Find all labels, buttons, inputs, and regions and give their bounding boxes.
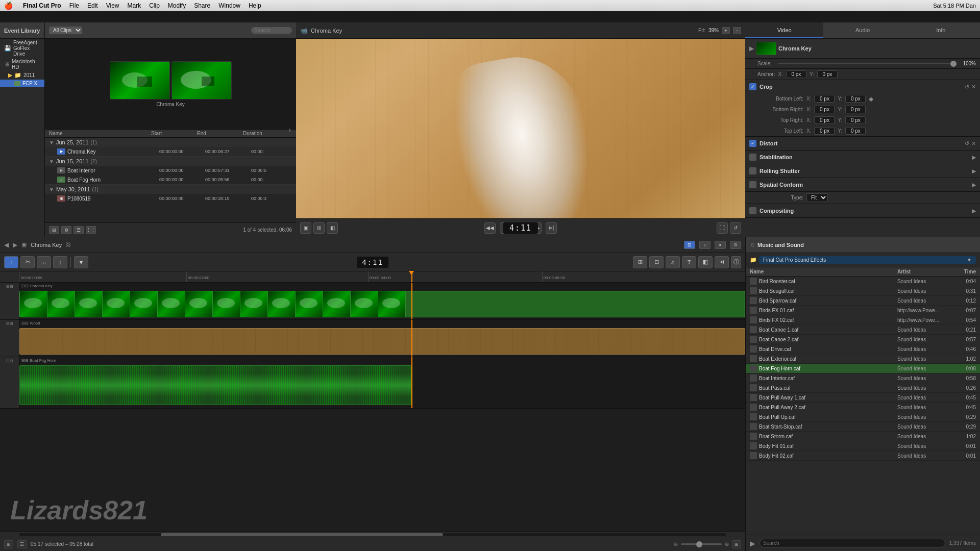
tool-group-4[interactable]: T (682, 256, 696, 268)
music-row-7[interactable]: Boat Drive.caf Sound Ideas 0:46 (746, 344, 980, 354)
music-search-input[interactable] (760, 539, 945, 547)
footer-icon-1[interactable]: ⊞ (49, 226, 59, 234)
tree-item-fcpx[interactable]: FCP X (0, 80, 44, 87)
timeline-audio-btn[interactable]: ♫ (699, 241, 710, 249)
tool-arrow-dropdown[interactable]: ▼ (74, 256, 88, 268)
clip-row-boatfoghorn[interactable]: ♫ Boat Fog Horn 00:00:00:00 00:00:05:56 … (45, 175, 296, 184)
music-row-0[interactable]: Bird Rooster.caf Sound Ideas 0:04 (746, 277, 980, 286)
video-clip-block[interactable] (19, 291, 745, 317)
spatial-conform-expand[interactable]: ▶ (972, 182, 976, 188)
tree-item-freeagent[interactable]: 💾 FreeAgent GoFlex Drive (0, 39, 44, 58)
preview-btn-fullscreen[interactable]: ⛶ (717, 222, 728, 234)
tl-status-icon-1[interactable]: ⊞ (4, 540, 13, 548)
tool-group-7[interactable]: ⓘ (731, 256, 741, 268)
tool-group-1[interactable]: ⊞ (633, 256, 647, 268)
anchor-x-input[interactable] (786, 70, 806, 78)
spatial-conform-header[interactable]: Spatial Conform ▶ (745, 178, 980, 191)
menu-clip[interactable]: Clip (149, 2, 160, 9)
crop-enable[interactable]: ✓ (749, 83, 756, 90)
distort-br-y-input[interactable] (845, 106, 866, 113)
spatial-conform-enable[interactable] (749, 181, 756, 188)
distort-options-icon[interactable]: ✕ (971, 140, 976, 147)
anchor-y-input[interactable] (817, 70, 838, 78)
rolling-shutter-expand[interactable]: ▶ (972, 168, 976, 174)
timeline-hscroll-track[interactable] (19, 533, 726, 536)
music-row-9[interactable]: Boat Fog Horn.caf Sound Ideas 0:08 (746, 364, 980, 373)
app-name[interactable]: Final Cut Pro (23, 2, 61, 9)
music-row-12[interactable]: Boat Pull Away 1.caf Sound Ideas 0:45 (746, 393, 980, 403)
clip-row-chromakey[interactable]: ▶ Chroma Key 00:00:00:00 00:00:06:27 00:… (45, 147, 296, 156)
tree-item-2011[interactable]: ▶ 📁 2011 (0, 71, 44, 80)
tool-blade[interactable]: ✂ (20, 256, 35, 268)
tab-audio[interactable]: Audio (823, 22, 901, 38)
music-row-11[interactable]: Boat Pass.caf Sound Ideas 0:26 (746, 383, 980, 393)
zoom-out-icon[interactable]: ⊖ (674, 541, 678, 547)
music-row-18[interactable]: Body Hit 02.caf Sound Ideas 0:01 (746, 451, 980, 461)
music-row-1[interactable]: Bird Seagull.caf Sound Ideas 0:31 (746, 286, 980, 296)
wood-clip-block[interactable] (19, 328, 745, 355)
distort-bl-x-input[interactable] (814, 95, 835, 103)
preview-btn-prev-frame[interactable]: ◀◀ (484, 222, 496, 234)
distort-tr-x-input[interactable] (814, 116, 835, 124)
distort-tl-x-input[interactable] (814, 127, 835, 135)
fit-zoom-in[interactable]: + (722, 27, 730, 34)
tool-zoom[interactable]: ⌕ (37, 256, 51, 268)
rolling-shutter-enable[interactable] (749, 167, 756, 174)
music-row-10[interactable]: Boat Interior.caf Sound Ideas 0:58 (746, 373, 980, 383)
tab-video[interactable]: Video (745, 22, 823, 38)
music-row-6[interactable]: Boat Canoe 2.caf Sound Ideas 0:57 (746, 335, 980, 344)
audio-clip-block-1[interactable] (19, 365, 411, 405)
timeline-snap-btn[interactable]: ⊟ (684, 241, 695, 249)
crop-options-icon[interactable]: ✕ (971, 84, 976, 90)
music-row-15[interactable]: Boat Start-Stop.caf Sound Ideas 0:29 (746, 422, 980, 432)
clip-row-boatinterior[interactable]: ▶ Boat Interior 00:00:00:00 00:00:57:31 … (45, 166, 296, 175)
timeline-hscroll-thumb[interactable] (161, 533, 444, 536)
timeline-zoom-thumb[interactable] (696, 541, 702, 547)
distort-bl-y-input[interactable] (845, 95, 866, 103)
ruler-right[interactable]: 00:00:00:00 00:00:02:00 00:00:04:00 00:0… (19, 271, 745, 282)
clips-search-input[interactable] (251, 27, 292, 34)
preview-btn-clip[interactable]: ⊞ (313, 222, 325, 234)
compositing-enable[interactable] (749, 207, 756, 214)
timeline-zoom-slider[interactable] (681, 543, 722, 545)
music-play-btn[interactable]: ▶ (750, 539, 755, 547)
stabilization-enable[interactable] (749, 154, 756, 161)
footer-icon-3[interactable]: ☰ (74, 226, 84, 234)
menu-view[interactable]: View (106, 2, 119, 9)
timeline-hscrollbar[interactable] (0, 532, 745, 537)
clips-filter-select[interactable]: All Clips (49, 27, 82, 34)
zoom-fit-btn[interactable]: ⊞ (732, 540, 741, 548)
menu-window[interactable]: Window (218, 2, 240, 9)
distort-tl-y-input[interactable] (845, 127, 866, 135)
music-row-17[interactable]: Body Hit 01.caf Sound Ideas 0:01 (746, 441, 980, 451)
music-row-3[interactable]: Birds FX 01.caf http://www.Powe... 0:07 (746, 306, 980, 315)
menu-modify[interactable]: Modify (168, 2, 186, 9)
music-row-5[interactable]: Boat Canoe 1.caf Sound Ideas 0:21 (746, 325, 980, 335)
menu-edit[interactable]: Edit (87, 2, 98, 9)
clip-row-p1080519[interactable]: ▣ P1080519 00:00:00:00 00:00:35:15 00:00… (45, 194, 296, 203)
crop-section-header[interactable]: ✓ Crop ↺ ✕ (745, 80, 980, 93)
apple-menu[interactable]: 🍎 (4, 2, 13, 10)
distort-reset-icon[interactable]: ↺ (965, 140, 969, 147)
preview-btn-mark[interactable]: ◧ (327, 222, 338, 234)
footer-icon-2[interactable]: ⚙ (61, 226, 71, 234)
wood-track-body[interactable]: ⊟⊟ Wood (19, 320, 745, 357)
clip-group-header-may30[interactable]: ▼ May 30, 2011 (1) (45, 185, 296, 194)
zoom-in-icon[interactable]: ⊕ (725, 541, 729, 547)
music-row-2[interactable]: Bird Sparrow.caf Sound Ideas 0:12 (746, 296, 980, 306)
tl-status-icon-2[interactable]: ☰ (17, 540, 27, 548)
rolling-shutter-header[interactable]: Rolling Shutter ▶ (745, 164, 980, 178)
tool-group-2[interactable]: ⊟ (649, 256, 664, 268)
crop-reset-icon[interactable]: ↺ (965, 84, 969, 90)
menu-share[interactable]: Share (194, 2, 210, 9)
library-selector[interactable]: Final Cut Pro Sound Effects ▼ (759, 256, 976, 264)
distort-tr-y-input[interactable] (845, 116, 866, 124)
tool-group-5[interactable]: ◧ (698, 256, 713, 268)
tree-item-macintosh[interactable]: 🖥 Macintosh HD (0, 58, 44, 71)
tab-info[interactable]: Info (902, 22, 980, 38)
music-row-4[interactable]: Birds FX 02.caf http://www.Powe... 0:54 (746, 315, 980, 325)
tool-group-6[interactable]: ⊲ (715, 256, 729, 268)
distort-section-header[interactable]: ✓ Distort ↺ ✕ (745, 137, 980, 150)
distort-br-x-input[interactable] (814, 106, 835, 113)
preview-btn-end[interactable]: ⊳| (546, 222, 557, 234)
